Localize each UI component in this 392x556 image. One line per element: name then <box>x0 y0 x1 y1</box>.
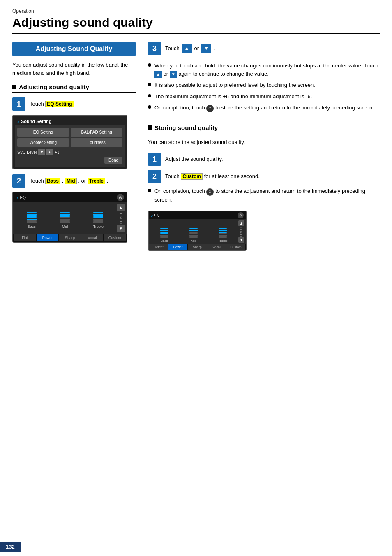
small-treble-group: Treble <box>210 228 236 243</box>
tri-up-inline: ▲ <box>154 71 162 78</box>
subsection-adjusting: Adjusting sound quality <box>12 83 136 93</box>
step-3-text: Touch ▲ or ▼ . <box>165 44 215 53</box>
store-bullet-dot <box>148 189 151 192</box>
step-2-num: 2 <box>12 174 25 188</box>
section-heading: Adjusting Sound Quality <box>12 42 136 56</box>
triangle-up-btn[interactable]: ▲ <box>182 44 192 53</box>
store-step-2-row: 2 Touch Custom for at least one second. <box>148 170 380 183</box>
eq-body: Bass <box>13 202 127 234</box>
small-eq-music-icon: ♪ <box>151 213 153 218</box>
custom-highlight: Custom <box>181 173 203 180</box>
svc-up[interactable]: ▲ <box>46 149 53 155</box>
step-1-text: Touch EQ Setting . <box>30 97 77 109</box>
screen-grid: EQ Setting BAL/FAD Setting Woofer Settin… <box>17 128 122 147</box>
small-eq-up[interactable]: ▲ <box>238 220 244 226</box>
svc-label: SVC Level <box>17 150 37 155</box>
intro-text: You can adjust sound quality in the low … <box>12 61 136 77</box>
mid-highlight: Mid <box>65 178 77 184</box>
store-step-1-row: 1 Adjust the sound quality. <box>148 153 380 166</box>
eq-level-label: LEVEL <box>119 212 123 224</box>
bass-bar-group: Bass <box>16 212 46 229</box>
small-tab-vocal[interactable]: Vocal <box>207 244 226 250</box>
small-eq-level: ▲ LEVEL ▼ <box>238 220 244 243</box>
step-3-num: 3 <box>148 42 161 55</box>
eq-back-btn[interactable]: ⊙ <box>117 194 124 201</box>
triangle-down-btn[interactable]: ▼ <box>201 44 211 53</box>
bullet-list: When you touch and hold, the value chang… <box>148 62 380 112</box>
step-2-row: 2 Touch Bass , Mid , or Treble . <box>12 174 136 188</box>
bullet-square-2 <box>148 125 152 130</box>
eq-tab-power[interactable]: Power <box>37 234 59 241</box>
done-row: Done <box>17 156 122 164</box>
done-btn[interactable]: Done <box>104 157 122 164</box>
screen-body: EQ Setting BAL/FAD Setting Woofer Settin… <box>15 125 125 167</box>
subsection-storing: Storing sound quality <box>148 124 380 133</box>
small-treble-lines <box>219 228 227 238</box>
small-eq-header: ♪ EQ ⊙ <box>149 211 246 219</box>
small-eq-back[interactable]: ⊙ <box>238 212 244 218</box>
eq-up-btn[interactable]: ▲ <box>117 204 125 211</box>
eq-setting-highlight: EQ Setting <box>45 101 74 107</box>
small-tab-custom[interactable]: Custom <box>226 244 245 250</box>
storing-intro: You can store the adjusted sound quality… <box>148 138 380 146</box>
eq-music-icon: ♪ <box>16 195 18 201</box>
svc-row: SVC Level ▼ ▲ +3 <box>17 148 122 156</box>
home-icon-inline: ⊙ <box>206 105 214 112</box>
small-tab-power[interactable]: Power <box>168 244 187 250</box>
woofer-btn[interactable]: Woofer Setting <box>17 138 69 147</box>
bullet-dot-1 <box>148 63 151 67</box>
eq-level-ctrl: ▲ LEVEL ▼ <box>117 204 125 232</box>
eq-screen-header: ♪ EQ ⊙ <box>13 192 127 202</box>
small-eq-bars-area: Bass M <box>150 220 237 243</box>
small-treble-label: Treble <box>218 239 227 243</box>
bullet-2: It is also possible to adjust to preferr… <box>148 81 380 89</box>
bullet-1: When you touch and hold, the value chang… <box>148 62 380 78</box>
small-mid-group: Mid <box>180 228 207 243</box>
step-1-row: 1 Touch EQ Setting . <box>12 97 136 111</box>
store-bullet-list: On completion, touch ⊙ to store the adju… <box>148 187 380 204</box>
small-level-label: LEVEL <box>240 226 243 237</box>
treble-highlight: Treble <box>88 178 105 184</box>
page-title: Adjusting sound quality <box>12 16 380 34</box>
bass-label: Bass <box>28 225 36 229</box>
mid-bar-lines <box>60 212 70 223</box>
store-step-1-text: Adjust the sound quality. <box>165 153 223 164</box>
bass-bar-lines <box>27 212 37 223</box>
small-tab-defeat[interactable]: Defeat <box>149 244 168 250</box>
music-icon: ♪ <box>16 118 19 125</box>
sound-setting-screen: ♪ Sound Setting EQ Setting BAL/FAD Setti… <box>12 115 127 169</box>
screen-title: Sound Setting <box>21 119 52 124</box>
small-eq-down[interactable]: ▼ <box>238 237 244 243</box>
eq-tab-sharp[interactable]: Sharp <box>59 234 81 241</box>
store-step-2-num: 2 <box>148 170 161 183</box>
store-step-1-num: 1 <box>148 153 161 166</box>
treble-bar-lines <box>93 212 103 223</box>
tri-down-inline: ▼ <box>170 71 177 78</box>
eq-tab-custom[interactable]: Custom <box>104 234 126 241</box>
step-2-text: Touch Bass , Mid , or Treble . <box>30 174 108 185</box>
step-3-row: 3 Touch ▲ or ▼ . <box>148 42 380 55</box>
svc-down[interactable]: ▼ <box>38 149 45 155</box>
eq-screen: ♪ EQ ⊙ <box>12 192 127 243</box>
eq-setting-btn[interactable]: EQ Setting <box>17 128 69 137</box>
screen-header: ♪ Sound Setting <box>15 117 125 125</box>
bullet-dot-2 <box>148 83 151 86</box>
bal-fad-btn[interactable]: BAL/FAD Setting <box>71 128 122 137</box>
eq-tab-vocal[interactable]: Vocal <box>81 234 104 241</box>
bullet-4: On completion, touch ⊙ to store the sett… <box>148 104 380 112</box>
store-bullet-1: On completion, touch ⊙ to store the adju… <box>148 187 380 204</box>
eq-tab-flat[interactable]: Flat <box>14 234 36 241</box>
small-mid-label: Mid <box>191 239 196 243</box>
eq-bars-row: Bass <box>15 204 115 229</box>
eq-bottom-tabs: Flat Power Sharp Vocal Custom <box>13 234 127 242</box>
small-bass-label: Bass <box>161 239 168 243</box>
svc-value: +3 <box>55 150 59 155</box>
small-eq-body: Bass M <box>149 219 246 244</box>
treble-label: Treble <box>93 225 104 229</box>
eq-down-btn[interactable]: ▼ <box>117 225 125 232</box>
divider-1 <box>148 119 380 119</box>
right-column: 3 Touch ▲ or ▼ . When you touch <box>148 42 380 251</box>
loudness-btn[interactable]: Loudness <box>71 138 122 147</box>
small-eq-bars-row: Bass M <box>150 220 237 243</box>
small-tab-sharp[interactable]: Sharp <box>188 244 207 250</box>
